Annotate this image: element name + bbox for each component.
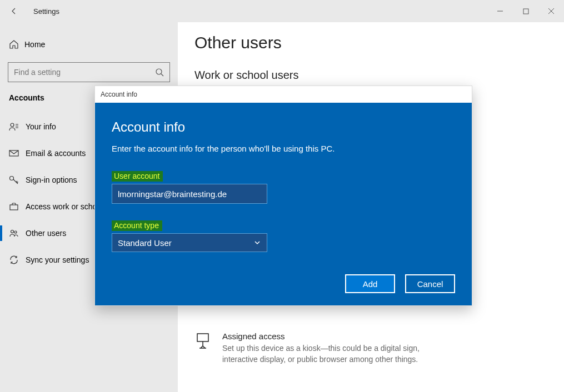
dialog-body: Account info Enter the account info for … — [95, 103, 472, 305]
account-type-select[interactable]: Standard User — [112, 233, 267, 252]
window-controls — [487, 0, 564, 22]
person-icon — [9, 122, 26, 132]
window-title: Settings — [33, 7, 59, 16]
search-icon — [155, 68, 164, 77]
sidebar-item-label: Access work or school — [26, 202, 103, 211]
dialog-titlebar: Account info — [95, 86, 472, 103]
maximize-icon — [523, 8, 529, 14]
cancel-button-label: Cancel — [417, 279, 443, 289]
arrow-left-icon — [9, 7, 18, 16]
dialog-instruction: Enter the account info for the person wh… — [112, 144, 455, 153]
svg-point-4 — [10, 177, 14, 180]
account-type-label: Account type — [112, 220, 162, 231]
account-info-dialog: Account info Account info Enter the acco… — [94, 86, 472, 306]
svg-rect-8 — [197, 334, 208, 341]
svg-point-2 — [11, 123, 14, 127]
sidebar-item-label: Your info — [26, 122, 56, 131]
sidebar-home-label: Home — [24, 40, 45, 49]
svg-point-6 — [11, 230, 14, 233]
close-icon — [548, 8, 555, 14]
close-button[interactable] — [538, 0, 564, 22]
svg-rect-5 — [10, 205, 18, 210]
sidebar-home[interactable]: Home — [0, 33, 178, 56]
svg-rect-0 — [523, 9, 528, 14]
sidebar-item-label: Sync your settings — [26, 255, 89, 264]
chevron-down-icon — [253, 239, 261, 247]
user-account-value: lmorningstar@braintesting.de — [118, 189, 227, 199]
assigned-access-title: Assigned access — [222, 331, 422, 341]
users-icon — [9, 228, 26, 238]
key-icon — [9, 175, 26, 185]
assigned-access-text: Assigned access Set up this device as a … — [222, 331, 422, 365]
kiosk-icon — [194, 331, 211, 365]
svg-point-7 — [14, 231, 17, 233]
account-type-value: Standard User — [118, 238, 172, 248]
section-heading-work: Work or school users — [194, 69, 547, 82]
add-button-label: Add — [363, 279, 378, 289]
minimize-button[interactable] — [487, 0, 513, 22]
home-icon — [9, 39, 24, 49]
briefcase-icon — [9, 202, 26, 212]
sidebar-item-label: Sign-in options — [26, 175, 77, 184]
sidebar-item-label: Email & accounts — [26, 149, 86, 158]
search-input[interactable] — [14, 68, 155, 77]
sidebar-item-label: Other users — [26, 229, 66, 238]
mail-icon — [9, 148, 26, 158]
dialog-button-row: Add Cancel — [112, 274, 455, 293]
svg-point-1 — [156, 69, 162, 74]
assigned-access-row[interactable]: Assigned access Set up this device as a … — [194, 331, 547, 365]
titlebar: Settings — [0, 0, 564, 22]
dialog-heading: Account info — [112, 119, 455, 135]
page-title: Other users — [194, 33, 547, 52]
minimize-icon — [497, 8, 503, 14]
cancel-button[interactable]: Cancel — [405, 274, 455, 293]
user-account-label: User account — [112, 171, 163, 182]
add-button[interactable]: Add — [345, 274, 395, 293]
maximize-button[interactable] — [513, 0, 538, 22]
user-account-input[interactable]: lmorningstar@braintesting.de — [112, 184, 267, 204]
sync-icon — [9, 255, 26, 265]
assigned-access-desc: Set up this device as a kiosk—this could… — [222, 343, 422, 365]
back-button[interactable] — [0, 0, 28, 22]
search-box[interactable] — [8, 62, 170, 82]
